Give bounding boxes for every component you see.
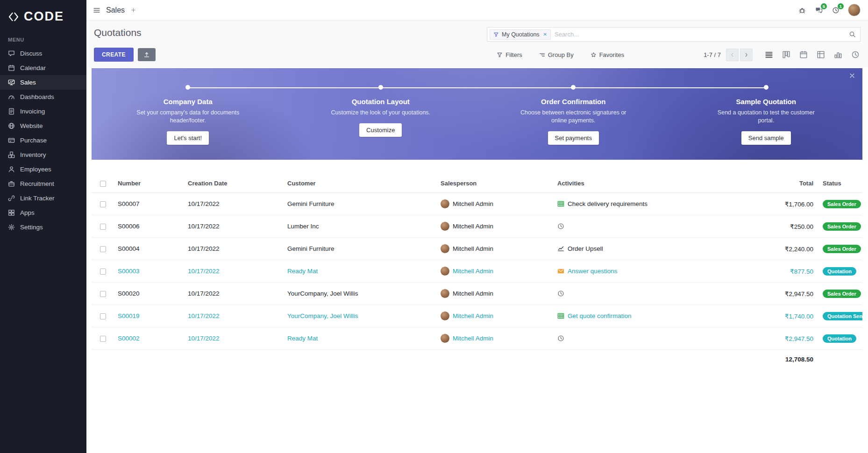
cell-activities[interactable]: Answer questions: [555, 260, 756, 283]
create-button[interactable]: CREATE: [94, 48, 134, 62]
pager-next-button[interactable]: [740, 49, 753, 61]
cell-total: ₹2,947.50: [756, 283, 818, 305]
cell-activities[interactable]: Order Upsell: [555, 238, 756, 260]
table-row[interactable]: S00019 10/17/2022 YourCompany, Joel Will…: [92, 305, 862, 327]
set-payments-button[interactable]: Set payments: [548, 131, 599, 145]
salesperson-name: Mitchell Admin: [453, 200, 493, 207]
customize-button[interactable]: Customize: [359, 123, 402, 137]
sidebar-item-discuss[interactable]: Discuss: [0, 46, 86, 61]
messages-systray-button[interactable]: 5: [815, 7, 823, 14]
row-checkbox[interactable]: [100, 291, 106, 297]
activity-clock-systray-button[interactable]: 1: [832, 7, 840, 14]
cell-creation-date: 10/17/2022: [186, 283, 285, 305]
row-checkbox[interactable]: [100, 336, 106, 342]
hamburger-icon[interactable]: [93, 7, 100, 14]
cell-salesperson: Mitchell Admin: [439, 238, 555, 260]
cell-total: ₹1,740.00: [756, 305, 818, 327]
cell-activities[interactable]: [555, 215, 756, 238]
search-bar[interactable]: My Quotations ✕: [487, 27, 861, 42]
let-s-start-button[interactable]: Let's start!: [167, 131, 209, 145]
cell-activities[interactable]: Check delivery requirements: [555, 193, 756, 215]
status-badge: Sales Order: [823, 200, 861, 208]
upload-icon: [143, 51, 150, 58]
sidebar-item-apps[interactable]: Apps: [0, 205, 86, 220]
sales-icon: [8, 79, 15, 86]
pager-previous-button[interactable]: [726, 49, 739, 61]
search-input[interactable]: [555, 31, 845, 38]
sidebar-item-invoicing[interactable]: Invoicing: [0, 104, 86, 119]
view-list-button[interactable]: [764, 50, 774, 60]
column-header-customer[interactable]: Customer: [285, 174, 439, 193]
search-icon[interactable]: [849, 31, 856, 38]
sidebar-item-inventory[interactable]: Inventory: [0, 148, 86, 162]
cell-salesperson: Mitchell Admin: [439, 260, 555, 283]
cell-customer: Ready Mat: [285, 260, 439, 283]
column-header-total[interactable]: Total: [756, 174, 818, 193]
sidebar-item-link-tracker[interactable]: Link Tracker: [0, 191, 86, 205]
user-avatar[interactable]: [848, 4, 861, 16]
salesperson-avatar: [441, 244, 449, 253]
sidebar-item-label: Discuss: [20, 50, 42, 57]
view-switcher: [764, 50, 861, 60]
select-all-checkbox[interactable]: [100, 181, 106, 187]
column-header-salesperson[interactable]: Salesperson: [439, 174, 555, 193]
step-dot: [764, 85, 768, 90]
row-checkbox[interactable]: [100, 246, 106, 252]
bug-systray-button[interactable]: [798, 7, 806, 14]
row-checkbox[interactable]: [100, 201, 106, 207]
cell-number: S00006: [116, 215, 186, 238]
row-checkbox[interactable]: [100, 269, 106, 275]
sidebar-item-website[interactable]: Website: [0, 119, 86, 133]
column-header-status[interactable]: Status: [818, 174, 862, 193]
view-kanban-button[interactable]: [781, 50, 791, 60]
sidebar-item-employees[interactable]: Employees: [0, 162, 86, 177]
view-pivot-button[interactable]: [816, 50, 826, 60]
favorites-button[interactable]: Favorites: [591, 51, 624, 58]
table-row[interactable]: S00002 10/17/2022 Ready Mat Mitchell Adm…: [92, 327, 862, 350]
column-header-number[interactable]: Number: [116, 174, 186, 193]
view-activity-button[interactable]: [850, 50, 861, 60]
close-icon[interactable]: [849, 72, 855, 79]
cell-customer: Ready Mat: [285, 327, 439, 350]
status-badge: Sales Order: [823, 290, 861, 298]
export-button[interactable]: [138, 48, 156, 61]
group-by-button[interactable]: Group By: [539, 51, 574, 58]
sidebar-item-recruitment[interactable]: Recruitment: [0, 177, 86, 191]
sidebar-item-sales[interactable]: Sales: [0, 75, 86, 90]
facet-remove-icon[interactable]: ✕: [543, 32, 547, 37]
view-calendar-button[interactable]: [798, 50, 809, 60]
cell-customer: Lumber Inc: [285, 215, 439, 238]
onboarding-step-description: Choose between electronic signatures or …: [519, 109, 627, 125]
column-header-activities[interactable]: Activities: [555, 174, 756, 193]
sidebar-item-label: Link Tracker: [20, 195, 55, 202]
table-row[interactable]: S00007 10/17/2022 Gemini Furniture Mitch…: [92, 193, 862, 215]
sidebar-item-dashboards[interactable]: Dashboards: [0, 90, 86, 104]
plus-icon[interactable]: [130, 7, 136, 13]
row-checkbox[interactable]: [100, 224, 106, 230]
filters-button[interactable]: Filters: [497, 51, 522, 58]
cell-customer: Gemini Furniture: [285, 238, 439, 260]
row-checkbox[interactable]: [100, 313, 106, 319]
app-logo[interactable]: CODE: [0, 0, 86, 31]
notification-badge: 5: [821, 3, 827, 10]
cell-activities[interactable]: [555, 327, 756, 350]
sidebar-item-calendar[interactable]: Calendar: [0, 61, 86, 75]
sidebar-item-purchase[interactable]: Purchase: [0, 133, 86, 148]
view-graph-button[interactable]: [833, 50, 843, 60]
sidebar-item-settings[interactable]: Settings: [0, 220, 86, 234]
column-header-creation-date[interactable]: Creation Date: [186, 174, 285, 193]
activity-label: Answer questions: [568, 268, 618, 275]
table-row[interactable]: S00004 10/17/2022 Gemini Furniture Mitch…: [92, 238, 862, 260]
sidebar-nav: Discuss Calendar Sales Dashboards Invoic…: [0, 46, 86, 234]
salesperson-name: Mitchell Admin: [453, 290, 493, 297]
cell-activities[interactable]: [555, 283, 756, 305]
table-row[interactable]: S00003 10/17/2022 Ready Mat Mitchell Adm…: [92, 260, 862, 283]
onboarding-step-description: Set your company's data for documents he…: [134, 109, 242, 125]
table-row[interactable]: S00006 10/17/2022 Lumber Inc Mitchell Ad…: [92, 215, 862, 238]
sidebar-item-label: Sales: [20, 79, 36, 86]
search-facet[interactable]: My Quotations ✕: [490, 29, 551, 40]
table-row[interactable]: S00020 10/17/2022 YourCompany, Joel Will…: [92, 283, 862, 305]
topbar-app-name[interactable]: Sales: [106, 6, 125, 14]
cell-activities[interactable]: Get quote confirmation: [555, 305, 756, 327]
send-sample-button[interactable]: Send sample: [741, 131, 791, 145]
